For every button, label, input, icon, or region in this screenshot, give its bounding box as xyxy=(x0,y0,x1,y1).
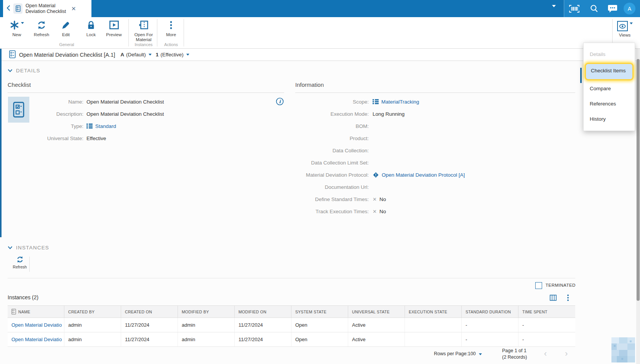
user-avatar[interactable]: A xyxy=(624,3,635,14)
toolbar-group-general: General xyxy=(50,42,84,47)
svg-text:i: i xyxy=(279,99,281,104)
preview-icon xyxy=(102,21,126,31)
instances-table-title: Instances (2) xyxy=(8,294,38,300)
checklist-mini-icon xyxy=(11,309,16,315)
preview-button[interactable]: Preview xyxy=(102,21,126,37)
menu-item-checklist-items[interactable]: Checklist Items xyxy=(585,63,634,80)
next-page-chevron-icon[interactable]: › xyxy=(565,350,568,357)
information-fields: Scope: MaterialTracking Execution Mode: … xyxy=(295,96,465,217)
menu-item-history[interactable]: History xyxy=(584,112,635,127)
terminated-label: TERMINATED xyxy=(546,283,576,287)
version-dropdown-caret-icon[interactable] xyxy=(186,54,189,56)
version-note[interactable]: (Effective) xyxy=(160,52,184,57)
x-mark-icon: ✕ xyxy=(373,209,377,214)
back-chevron-icon[interactable] xyxy=(6,5,10,13)
page-info: Page 1 of 1 (2 Records) xyxy=(502,348,527,361)
field-description: Description: Open Material Deviation Che… xyxy=(8,108,164,120)
field-product: Product: xyxy=(295,132,465,144)
edit-button[interactable]: Edit xyxy=(54,21,78,37)
toolbar-separator xyxy=(128,19,129,46)
protocol-link[interactable]: Open Material Deviation Protocol [A] xyxy=(382,172,465,178)
topbar-dropdown-chevron-icon[interactable] xyxy=(552,7,556,14)
column-header[interactable]: UNIVERSAL STATE xyxy=(348,306,405,318)
field-execution-mode: Execution Mode: Long Running xyxy=(295,108,465,120)
list-icon xyxy=(86,123,93,129)
revision-value[interactable]: A xyxy=(120,52,124,57)
column-header[interactable]: CREATED BY xyxy=(64,306,121,318)
field-universal-state: Universal State: Effective xyxy=(8,132,164,144)
column-chooser-icon[interactable] xyxy=(550,295,557,302)
vertical-scrollbar-thumb[interactable] xyxy=(637,59,640,301)
views-dropdown-menu: Details Checklist Items Compare Referenc… xyxy=(583,43,635,131)
breadcrumb-checklist-icon xyxy=(9,50,16,59)
top-bar xyxy=(0,0,640,17)
column-header-name[interactable]: NAME xyxy=(8,306,64,318)
application-window: Open Material Deviation Checklist ✕ A xyxy=(0,0,640,364)
table-row[interactable]: Open Material Deviatio admin 11/27/2024 … xyxy=(8,332,575,347)
revision-dropdown-caret-icon[interactable] xyxy=(149,54,152,56)
checklist-panel-title: Checklist xyxy=(8,81,31,88)
column-header[interactable]: EXECUTION STATE xyxy=(405,306,462,318)
views-eye-icon xyxy=(617,21,628,31)
instances-refresh-button[interactable]: Refresh xyxy=(11,256,28,269)
barcode-scan-icon[interactable] xyxy=(569,5,579,14)
column-header[interactable]: SYSTEM STATE xyxy=(291,306,348,318)
column-header[interactable]: MODIFIED ON xyxy=(235,306,291,318)
new-dropdown-caret-icon xyxy=(21,22,24,24)
rows-per-page-value[interactable]: 100 xyxy=(468,351,476,356)
field-material-deviation-protocol: Material Deviation Protocol: Open Materi… xyxy=(295,169,465,181)
field-track-execution-times: Track Execution Times: ✕ No xyxy=(295,205,465,217)
instance-name-link[interactable]: Open Material Deviatio xyxy=(11,322,62,328)
field-data-collection-limit-set: Data Collection Limit Set: xyxy=(295,156,465,169)
details-section-header[interactable]: DETAILS xyxy=(8,68,40,73)
menu-item-compare[interactable]: Compare xyxy=(584,81,635,96)
field-scope: Scope: MaterialTracking xyxy=(295,96,465,108)
scope-link[interactable]: MaterialTracking xyxy=(381,99,419,105)
column-header[interactable]: TIME SPENT xyxy=(518,306,575,318)
rows-per-page-caret-icon[interactable] xyxy=(479,353,482,355)
new-button[interactable]: New xyxy=(5,21,29,37)
rows-per-page-control[interactable]: Rows per Page:100 xyxy=(434,351,482,356)
lock-button[interactable]: Lock xyxy=(79,21,103,37)
menu-item-details: Details xyxy=(584,47,635,62)
table-more-kebab-icon[interactable] xyxy=(567,294,569,303)
column-header[interactable]: STANDARD DURATION xyxy=(462,306,518,318)
column-header[interactable]: CREATED ON xyxy=(121,306,178,318)
instances-table: NAME CREATED BY CREATED ON MODIFIED BY M… xyxy=(8,305,575,347)
type-link[interactable]: Standard xyxy=(95,123,116,129)
breadcrumb: Open Material Deviation Checklist [A.1] … xyxy=(0,49,640,61)
info-icon[interactable]: i xyxy=(276,97,284,107)
refresh-button[interactable]: Refresh xyxy=(29,21,54,37)
instance-name-link[interactable]: Open Material Deviatio xyxy=(11,337,62,342)
field-bom: BOM: xyxy=(295,120,465,132)
refresh-icon xyxy=(16,256,24,263)
section-indicator-bar xyxy=(580,68,582,83)
close-tab-icon[interactable]: ✕ xyxy=(71,5,76,12)
lock-icon xyxy=(79,21,103,31)
open-document-tab[interactable]: Open Material Deviation Checklist ✕ xyxy=(3,0,91,17)
previous-page-chevron-icon[interactable]: ‹ xyxy=(544,350,547,357)
field-name: Name: Open Material Deviation Checklist xyxy=(8,96,164,108)
column-header[interactable]: MODIFIED BY xyxy=(178,306,235,318)
table-row[interactable]: Open Material Deviatio admin 11/27/2024 … xyxy=(8,318,575,332)
open-for-material-icon xyxy=(131,21,156,31)
chat-icon[interactable] xyxy=(608,5,618,14)
version-value[interactable]: 1 xyxy=(156,52,159,57)
more-button[interactable]: More xyxy=(160,21,182,37)
search-icon[interactable] xyxy=(590,4,598,14)
open-for-material-button[interactable]: Open For Material xyxy=(131,21,156,42)
toolbar-separator xyxy=(157,19,157,46)
checklist-document-icon xyxy=(13,3,22,14)
instances-section-header[interactable]: INSTANCES xyxy=(8,245,49,251)
views-button[interactable]: Views xyxy=(614,21,635,37)
information-panel-divider xyxy=(295,93,575,93)
terminated-checkbox[interactable] xyxy=(535,282,542,289)
x-mark-icon: ✕ xyxy=(373,196,377,202)
menu-item-references[interactable]: References xyxy=(584,96,635,112)
field-documentation-url: Documentation Url: xyxy=(295,181,465,193)
revision-note[interactable]: (Default) xyxy=(126,52,146,57)
field-type: Type: Standard xyxy=(8,120,164,132)
refresh-icon xyxy=(29,21,54,31)
protocol-diamond-icon xyxy=(373,172,379,178)
list-icon xyxy=(373,99,379,104)
